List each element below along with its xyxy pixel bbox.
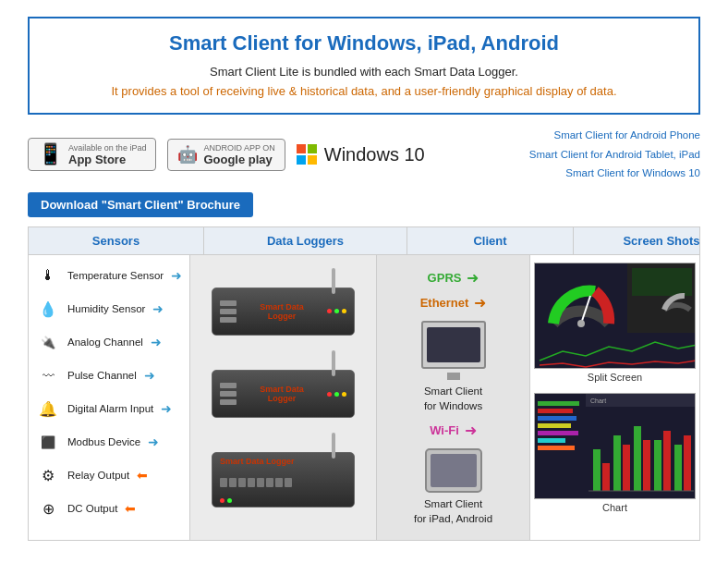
svg-rect-22 [663,431,671,491]
svg-rect-7 [538,401,579,406]
relay-icon: ⚙ [34,464,62,486]
svg-rect-20 [643,440,650,491]
logger-block-3: Smart Data Logger [212,452,355,508]
sensor-item: 🔌 Analog Channel ➜ [34,331,184,353]
leds-2 [327,392,346,397]
client-column: GPRS ➜ Ethernet ➜ Smart Client for Windo… [377,255,530,540]
sensor-label: Pulse Channel [67,370,137,381]
svg-rect-17 [613,435,621,491]
alarm-icon: 🔔 [34,398,62,420]
header-sensors: Sensors [29,227,204,254]
sensor-label: DC Output [67,503,117,514]
android-icon: 🤖 [177,144,198,165]
wifi-row: Wi-Fi ➜ [430,422,477,439]
logger-device-3: Smart Data Logger [212,452,355,508]
analog-icon: 🔌 [34,331,62,353]
windows-client-label: Smart Client for Windows [424,384,482,413]
leds-1 [327,309,346,313]
split-screen-container: Split Screen [534,263,696,385]
svg-rect-10 [538,423,571,428]
tablet-client-icon [425,448,482,493]
diagram-area: Sensors Data Loggers Client Screen Shots… [28,226,700,541]
google-play-badge[interactable]: 🤖 ANDROID APP ON Google play [167,139,285,171]
screenshots-column: Split Screen [530,255,699,540]
download-brochure-button[interactable]: Download "Smart Client" Brochure [28,192,253,217]
sensor-item: 🌡 Temperature Sensor ➜ [34,264,184,287]
terminals [220,478,292,487]
svg-rect-24 [684,435,691,491]
monitor-screen [427,327,480,362]
ethernet-arrow: ➜ [474,294,486,312]
arrow-3: ➜ [144,368,155,383]
app-store-badge[interactable]: 📱 Available on the iPad App Store [28,138,156,171]
arrow-4: ➜ [161,401,172,416]
logger-device-1: Smart DataLogger [212,288,355,336]
arrow-6: ⬅ [137,468,148,483]
google-play-main: Google play [203,153,274,166]
wifi-arrow: ➜ [465,422,477,439]
client-section-gprs: GPRS ➜ Ethernet ➜ Smart Client for Windo… [384,269,522,413]
google-play-sub: ANDROID APP ON [203,143,274,153]
svg-rect-18 [623,445,630,491]
header-client: Client [407,227,574,254]
gprs-label: GPRS [428,271,462,285]
app-store-main: App Store [68,153,146,166]
ethernet-row: Ethernet ➜ [420,294,487,312]
split-screen-svg [534,263,696,369]
gprs-row: GPRS ➜ [428,269,479,287]
phone-icon: 📱 [38,142,63,166]
sensor-label: Temperature Sensor [67,270,164,281]
windows-badge[interactable]: Windows 10 [297,144,425,165]
arrow-0: ➜ [171,268,182,283]
header-loggers: Data Loggers [204,227,407,254]
humidity-icon: 💧 [34,298,62,320]
ethernet-label: Ethernet [420,296,469,310]
antenna-3 [332,433,335,459]
sensor-item: ⬛ Modbus Device ➜ [34,431,184,453]
android-phone-link[interactable]: Smart Client for Android Phone [529,126,700,145]
diagram-body: 🌡 Temperature Sensor ➜ 💧 Humidity Sensor… [29,255,699,540]
diagram-headers: Sensors Data Loggers Client Screen Shots [29,227,699,255]
device-brand-2: Smart DataLogger [260,385,304,403]
svg-rect-23 [674,445,682,491]
arrow-2: ➜ [151,335,162,349]
modbus-icon: ⬛ [34,431,62,453]
sensor-label: Digital Alarm Input [67,403,153,414]
app-store-sub: Available on the iPad [68,143,146,153]
pulse-icon: 〰 [34,364,62,386]
svg-rect-4 [632,268,692,296]
antenna-1 [332,268,335,294]
arrow-5: ➜ [148,434,159,449]
tablet-screen [431,454,477,487]
windows-logo-icon [297,144,317,165]
header-screenshots: Screen Shots [574,227,728,254]
svg-rect-13 [538,446,575,450]
svg-rect-11 [538,431,578,435]
ports-1 [220,300,237,323]
ipad-client-label: Smart Client for iPad, Android [414,496,492,526]
sensors-column: 🌡 Temperature Sensor ➜ 💧 Humidity Sensor… [29,255,190,540]
svg-point-2 [577,320,585,327]
dc-icon: ⊕ [34,497,62,520]
leds-3 [220,498,232,503]
sensor-label: Relay Output [67,470,129,481]
svg-rect-12 [538,438,565,443]
sensor-item: ⊕ DC Output ⬅ [34,497,184,520]
chart-caption: Chart [534,499,696,516]
sensor-item: 💧 Humidity Sensor ➜ [34,298,184,320]
windows10-link[interactable]: Smart Client for Windows 10 [529,164,700,183]
ports-2 [220,383,237,405]
chart-container: Chart Chart [534,393,696,516]
thermometer-icon: 🌡 [34,264,62,287]
platform-row: 📱 Available on the iPad App Store 🤖 ANDR… [28,126,700,183]
split-screen-caption: Split Screen [534,369,696,385]
svg-rect-19 [634,426,641,491]
sensor-item: 🔔 Digital Alarm Input ➜ [34,398,184,420]
android-tablet-link[interactable]: Smart Client for Android Tablet, iPad [529,145,700,165]
windows-client-icon [421,321,486,369]
arrow-1: ➜ [152,301,164,316]
header-box: Smart Client for Windows, iPad, Android … [28,17,700,115]
svg-rect-21 [654,440,661,491]
logger-block-1: Smart DataLogger [212,288,355,336]
monitor-stand [447,373,460,380]
